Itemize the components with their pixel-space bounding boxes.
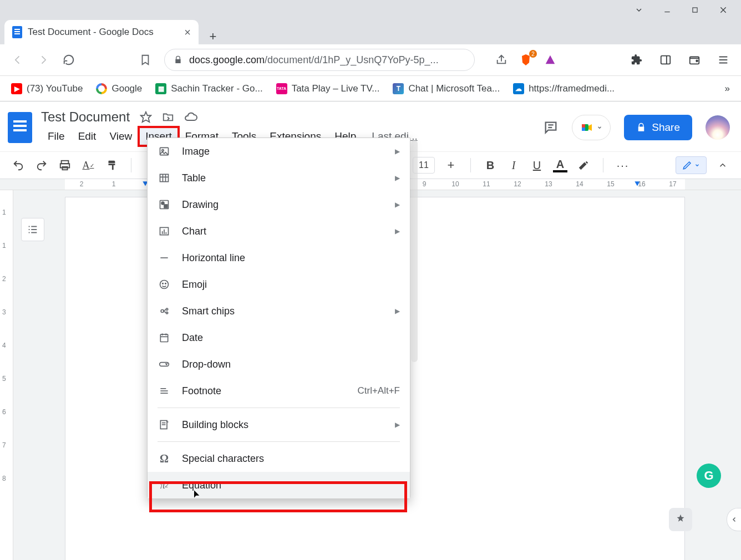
insert-table[interactable]: Table▶ (148, 165, 410, 191)
svg-rect-17 (582, 124, 585, 128)
print-button[interactable] (58, 158, 72, 172)
omega-icon: Ω (158, 452, 171, 465)
svg-rect-1 (693, 8, 697, 12)
insert-chart[interactable]: Chart▶ (148, 218, 410, 245)
undo-button[interactable] (11, 158, 26, 172)
share-button[interactable]: Share (624, 115, 692, 140)
explore-button[interactable] (669, 508, 692, 531)
svg-rect-5 (661, 56, 671, 64)
meet-icon (580, 121, 593, 134)
insert-image[interactable]: Image▶ (148, 138, 410, 165)
chevron-down-icon (694, 162, 700, 168)
browser-menu-icon[interactable] (717, 53, 730, 67)
brave-shield-icon[interactable] (519, 53, 532, 67)
svg-marker-12 (141, 112, 151, 122)
back-button[interactable] (11, 53, 24, 67)
editing-mode-button[interactable] (676, 156, 707, 174)
menu-edit[interactable]: Edit (72, 127, 103, 146)
bookmark-youtube[interactable]: ▶(73) YouTube (11, 83, 83, 94)
brave-rewards-icon[interactable] (544, 53, 557, 67)
underline-button[interactable]: U (530, 158, 544, 172)
wallet-icon[interactable] (688, 53, 701, 67)
text-color-button[interactable]: A (553, 158, 567, 172)
google-icon (96, 83, 107, 94)
cloud-status-icon[interactable] (184, 110, 197, 124)
bold-button[interactable]: B (483, 158, 498, 172)
svg-rect-38 (164, 205, 168, 208)
share-url-icon[interactable] (495, 53, 508, 67)
toolbar-divider (131, 158, 131, 172)
insert-smart-chips[interactable]: Smart chips▶ (148, 298, 410, 324)
smart-chips-icon (158, 304, 171, 318)
svg-line-51 (164, 312, 166, 313)
insert-equation[interactable]: π2Equation (148, 472, 410, 498)
redo-button[interactable] (34, 158, 49, 172)
minimize-button[interactable] (663, 6, 671, 14)
teams-icon: T (393, 83, 404, 94)
meet-button[interactable] (572, 115, 611, 140)
svg-point-48 (166, 308, 168, 310)
image-icon (158, 145, 171, 158)
bookmark-teams[interactable]: TChat | Microsoft Tea... (393, 83, 500, 94)
insert-drawing[interactable]: Drawing▶ (148, 191, 410, 218)
lock-icon (174, 55, 182, 64)
dropdown-chip-icon (158, 358, 171, 371)
extensions-icon[interactable] (630, 53, 643, 67)
bookmark-google[interactable]: Google (96, 83, 142, 94)
maximize-button[interactable] (691, 6, 699, 14)
browser-tab[interactable]: Test Document - Google Docs × (4, 20, 199, 44)
bookmarks-overflow-icon[interactable]: » (725, 83, 730, 94)
new-tab-button[interactable]: + (205, 29, 221, 44)
insert-date[interactable]: Date (148, 324, 410, 351)
share-label: Share (652, 121, 680, 134)
grammarly-button[interactable]: G (697, 464, 721, 488)
submenu-arrow-icon: ▶ (395, 147, 400, 155)
chart-icon (158, 225, 171, 238)
bookmark-icon[interactable] (139, 53, 152, 67)
docs-favicon-icon (12, 26, 22, 38)
show-outline-button[interactable] (21, 218, 44, 241)
document-title[interactable]: Test Document (41, 109, 130, 125)
close-tab-button[interactable]: × (184, 26, 191, 39)
menu-view[interactable]: View (103, 127, 139, 146)
cursor-icon (192, 488, 201, 500)
docs-logo-icon[interactable] (8, 112, 32, 143)
address-bar[interactable]: docs.google.com/document/d/1hP_y_UsnQ7Yo… (164, 49, 475, 71)
url-text: docs.google.com/document/d/1hP_y_UsnQ7Yo… (189, 54, 439, 66)
pencil-icon (682, 160, 692, 170)
svg-point-45 (163, 283, 164, 284)
paint-format-button[interactable] (104, 158, 119, 172)
bookmark-sheets[interactable]: ▦Sachin Tracker - Go... (155, 83, 262, 94)
vertical-ruler[interactable]: 1 1 2 3 4 5 6 7 8 (0, 190, 13, 560)
dropdown-scrollbar[interactable] (411, 140, 418, 362)
more-toolbar-button[interactable]: ··· (616, 158, 630, 172)
hline-icon (158, 251, 171, 264)
close-window-button[interactable] (719, 6, 728, 14)
account-avatar[interactable] (706, 115, 730, 140)
insert-special-characters[interactable]: ΩSpecial characters (148, 445, 410, 472)
menu-file[interactable]: File (41, 127, 72, 146)
reload-button[interactable] (62, 53, 75, 67)
insert-footnote[interactable]: FootnoteCtrl+Alt+F (148, 378, 410, 404)
italic-button[interactable]: I (506, 158, 521, 172)
insert-horizontal-line[interactable]: Horizontal line (148, 245, 410, 271)
onedrive-icon: ☁ (513, 83, 524, 94)
bookmark-framed[interactable]: ☁https://framedmedi... (513, 83, 615, 94)
insert-menu-dropdown: Image▶ Table▶ Drawing▶ Chart▶ Horizontal… (147, 138, 410, 499)
tabs-chevron-down-icon[interactable] (635, 6, 643, 14)
forward-button[interactable] (37, 53, 50, 67)
star-icon[interactable] (140, 111, 152, 123)
sidepanel-icon[interactable] (659, 53, 672, 67)
bookmark-tataplay[interactable]: TATATata Play – Live TV... (276, 83, 380, 94)
insert-building-blocks[interactable]: Building blocks▶ (148, 411, 410, 438)
svg-point-44 (160, 281, 169, 289)
comments-icon[interactable] (543, 120, 559, 135)
highlight-button[interactable] (576, 158, 591, 172)
insert-dropdown[interactable]: Drop-down (148, 351, 410, 378)
collapse-toolbar-button[interactable] (715, 158, 730, 172)
move-icon[interactable] (162, 111, 174, 123)
spellcheck-button[interactable]: A✓ (81, 158, 95, 172)
insert-emoji[interactable]: Emoji (148, 271, 410, 298)
increase-font-button[interactable]: + (444, 158, 458, 172)
chevron-down-icon (597, 125, 602, 130)
